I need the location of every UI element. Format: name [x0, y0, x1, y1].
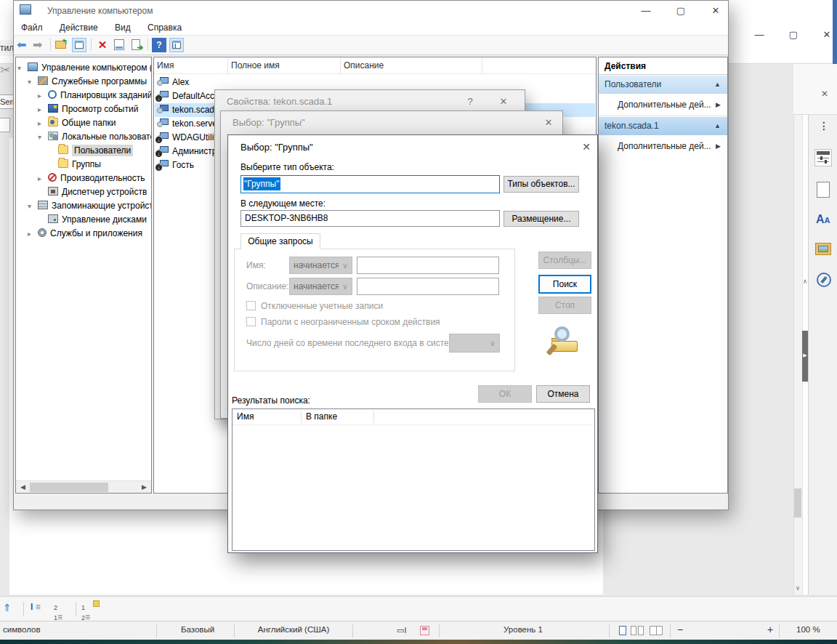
single-page-view-icon[interactable] [619, 626, 626, 635]
name-value-input[interactable] [357, 257, 499, 274]
zoom-out-button[interactable]: − [677, 624, 683, 635]
tree-item-task-scheduler[interactable]: ▸Планировщик заданий [38, 89, 152, 102]
menu-view[interactable]: Вид [108, 20, 138, 35]
font-size-fragment[interactable] [0, 118, 10, 132]
column-header-name[interactable]: Имя [154, 57, 228, 73]
search-button[interactable]: Поиск [538, 275, 591, 294]
scrollbar-down-arrow[interactable]: ∨ [794, 584, 801, 593]
action-more-actions-tekon[interactable]: Дополнительные дей... ▶ [599, 136, 727, 156]
sidebar-gallery-icon[interactable] [815, 243, 831, 255]
forward-icon[interactable]: ➡ [33, 38, 47, 52]
column-header-blank[interactable] [482, 57, 597, 73]
cancel-button[interactable]: Отмена [536, 385, 590, 403]
mmc-close-button[interactable]: ✕ [705, 4, 727, 17]
menu-action[interactable]: Действие [52, 20, 105, 35]
description-value-input[interactable] [357, 278, 499, 295]
writer-maximize-button[interactable]: ▢ [783, 28, 804, 41]
non-expiring-passwords-checkbox[interactable] [246, 317, 256, 326]
show-console-tree-icon[interactable] [72, 38, 86, 52]
tree-item-users[interactable]: Пользователи [58, 144, 133, 157]
delete-icon[interactable]: ✕ [95, 38, 110, 52]
days-since-logon-combo[interactable]: ∨ [449, 334, 500, 353]
results-column-folder[interactable]: В папке [306, 411, 370, 422]
menu-help[interactable]: Справка [140, 20, 189, 35]
sidebar-page-icon[interactable] [817, 182, 830, 198]
writer-menu-fragment[interactable]: тил [0, 40, 13, 56]
document-vertical-scrollbar[interactable] [793, 115, 802, 595]
close-icon[interactable]: ✕ [541, 116, 557, 129]
common-queries-tab[interactable]: Общие запросы [240, 233, 320, 249]
ok-button[interactable]: ОК [478, 385, 532, 403]
stop-button[interactable]: Стоп [538, 297, 591, 314]
multi-page-view-icon[interactable] [631, 626, 636, 635]
move-up-icon[interactable]: ⇑ [3, 602, 19, 616]
insert-entry-icon[interactable]: I ≡ [31, 602, 49, 616]
show-hide-action-pane-icon[interactable] [169, 38, 184, 52]
tree-horizontal-scrollbar[interactable]: ◀ ▶ [16, 480, 151, 493]
collapse-icon[interactable]: ▲ [714, 117, 721, 135]
tree-item-local-users[interactable]: ▾Локальные пользовате [38, 130, 152, 143]
actions-section-users[interactable]: Пользователи ▲ [599, 76, 727, 94]
sidebar-properties-icon[interactable] [814, 149, 832, 166]
mmc-minimize-button[interactable]: — [635, 4, 657, 17]
menu-file[interactable]: Файл [14, 20, 50, 35]
outline-level[interactable]: Уровень 1 [465, 625, 581, 634]
close-icon[interactable]: ✕ [496, 95, 512, 108]
results-column-name[interactable]: Имя [237, 411, 296, 422]
object-types-button[interactable]: Типы объектов... [504, 176, 579, 193]
tree-item-disk-management[interactable]: Управление дисками [48, 213, 147, 226]
multi-page-view-icon2[interactable] [638, 626, 644, 635]
tree-item-event-viewer[interactable]: ▸Просмотр событий [38, 102, 138, 116]
object-type-input[interactable]: "Группы" [240, 175, 500, 193]
word-count[interactable]: символов [3, 625, 41, 634]
up-folder-icon[interactable]: ↰ [54, 38, 69, 52]
tree-item-storage[interactable]: ▾Запоминающие устройст [28, 199, 152, 212]
location-button[interactable]: Размещение... [504, 211, 579, 227]
help-icon[interactable]: ? [152, 38, 166, 52]
tree-item-groups[interactable]: Группы [58, 158, 101, 171]
sidebar-close-icon[interactable]: ✕ [818, 89, 831, 100]
tree-item-device-manager[interactable]: Диспетчер устройств [48, 185, 147, 198]
scroll-right-arrow[interactable]: ▶ [139, 483, 150, 492]
description-condition-combo[interactable]: начинается с ∨ [289, 278, 352, 295]
writer-minimize-button[interactable]: — [748, 28, 770, 41]
action-more-actions-users[interactable]: Дополнительные дей... ▶ [599, 94, 727, 115]
location-field[interactable]: DESKTOP-3NB6HB8 [240, 210, 500, 227]
numbered-list-icon[interactable]: 21≡ [54, 602, 73, 616]
cut-icon[interactable]: ✂ [0, 63, 12, 83]
scroll-left-arrow[interactable]: ◀ [17, 483, 28, 492]
page-style[interactable]: Базовый [166, 625, 230, 634]
sidebar-menu-icon[interactable]: ⋮ [819, 120, 829, 133]
sidebar-navigator-icon[interactable] [817, 273, 831, 287]
search-results-list[interactable]: Имя В папке [232, 408, 595, 551]
name-condition-combo[interactable]: начинается с ∨ [289, 257, 352, 274]
scroll-thumb[interactable] [30, 483, 108, 492]
mmc-maximize-button[interactable]: ▢ [670, 4, 692, 17]
mmc-titlebar[interactable]: Управление компьютером — ▢ ✕ [14, 1, 728, 20]
zoom-in-button[interactable]: + [767, 624, 773, 635]
help-button[interactable]: ? [462, 95, 478, 108]
tree-item-services[interactable]: ▸Службы и приложения [28, 227, 142, 240]
user-row-alex[interactable]: Alex [155, 76, 595, 89]
tree-item-computer-management[interactable]: ▾Управление компьютером (л [17, 61, 152, 74]
selection-mode-icon[interactable]: ▭I [397, 626, 411, 636]
actions-section-tekon-scada[interactable]: tekon.scada.1 ▲ [599, 117, 727, 135]
close-icon[interactable]: ✕ [578, 140, 594, 153]
export-list-icon[interactable]: ➜ [130, 38, 145, 52]
disabled-accounts-checkbox[interactable] [246, 301, 256, 310]
book-view-icon[interactable] [650, 626, 663, 635]
back-icon[interactable]: ⬅ [17, 38, 31, 52]
columns-button[interactable]: Столбцы... [538, 251, 591, 269]
insert-index-entry-icon[interactable]: 12≡ [81, 602, 102, 616]
sidebar-character-styles-icon[interactable]: AA [816, 213, 833, 230]
writer-close-button[interactable]: ✕ [816, 28, 837, 41]
scrollbar-thumb[interactable] [794, 488, 801, 518]
collapse-icon[interactable]: ▲ [714, 76, 721, 94]
tree-item-performance[interactable]: ▸Производительность [38, 172, 145, 185]
properties-icon[interactable] [113, 38, 127, 52]
tree-item-shared-folders[interactable]: ▸Общие папки [38, 116, 116, 129]
language-selector[interactable]: Английский (США) [240, 625, 347, 634]
column-header-description[interactable]: Описание [341, 57, 482, 73]
zoom-percentage[interactable]: 100 % [796, 625, 820, 634]
unsaved-changes-icon[interactable] [420, 626, 429, 635]
